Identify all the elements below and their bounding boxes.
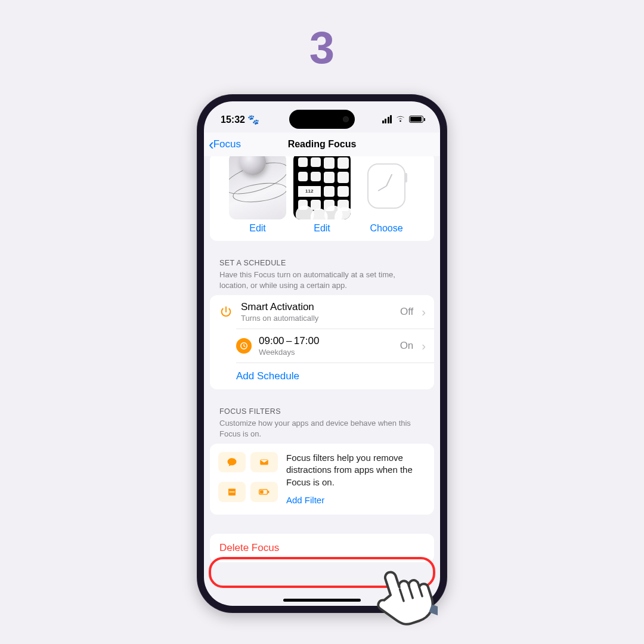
schedule-header: SET A SCHEDULE [210, 249, 434, 268]
schedule-card: Smart Activation Turns on automatically … [210, 295, 434, 389]
status-time: 15:32 🐾 [221, 114, 259, 125]
delete-focus-button[interactable]: Delete Focus [210, 534, 434, 562]
home-indicator[interactable] [283, 599, 361, 602]
step-number: 3 [309, 21, 335, 73]
battery-icon [409, 116, 423, 123]
watchface-preview[interactable] [358, 156, 415, 219]
row-title: Smart Activation [241, 301, 393, 313]
svg-rect-3 [228, 488, 236, 490]
add-filter-button[interactable]: Add Filter [286, 494, 324, 506]
back-label: Focus [213, 138, 241, 150]
dynamic-island [289, 110, 355, 129]
schedule-subtitle: Have this Focus turn on automatically at… [210, 268, 434, 295]
smart-activation-row[interactable]: Smart Activation Turns on automatically … [210, 295, 434, 329]
svg-rect-7 [268, 491, 269, 493]
chevron-right-icon: › [422, 339, 426, 353]
time-schedule-row[interactable]: 09:00 – 17:00 Weekdays On › [236, 329, 434, 363]
filters-card: Focus filters help you remove distractio… [210, 444, 434, 515]
nav-bar: ‹ Focus Reading Focus [204, 132, 440, 156]
mail-icon [250, 452, 278, 472]
lockscreen-preview[interactable] [229, 156, 286, 219]
status-indicators [382, 114, 424, 125]
calendar-icon [218, 482, 246, 502]
homescreen-preview[interactable]: 112 [293, 156, 351, 219]
row-sub: Weekdays [259, 348, 393, 357]
row-value: Off [400, 306, 413, 318]
filters-description: Focus filters help you remove distractio… [286, 452, 426, 488]
row-sub: Turns on automatically [241, 314, 393, 323]
watchface-choose-button[interactable]: Choose [370, 223, 402, 234]
tap-cursor-icon [366, 559, 438, 631]
filters-header: FOCUS FILTERS [210, 398, 434, 417]
wifi-icon [395, 114, 405, 125]
lockscreen-edit-button[interactable]: Edit [249, 223, 266, 234]
nav-title: Reading Focus [288, 139, 357, 150]
filters-subtitle: Customize how your apps and device behav… [210, 417, 434, 444]
row-value: On [400, 340, 414, 352]
customize-screens-card: Edit 112 Edit [210, 156, 434, 241]
chevron-right-icon: › [422, 305, 426, 319]
settings-content[interactable]: Edit 112 Edit [204, 156, 440, 606]
add-schedule-button[interactable]: Add Schedule [236, 363, 434, 389]
clock-icon [236, 338, 252, 354]
filter-icons [218, 452, 278, 506]
row-title: 09:00 – 17:00 [259, 335, 393, 347]
cellular-icon [382, 115, 392, 123]
homescreen-edit-button[interactable]: Edit [314, 223, 330, 234]
lowpower-icon [250, 482, 278, 502]
iphone-screen: 15:32 🐾 ‹ Focus Reading Focus [204, 101, 440, 606]
messages-icon [218, 452, 246, 472]
power-icon [218, 304, 234, 320]
iphone-frame: 15:32 🐾 ‹ Focus Reading Focus [197, 94, 447, 613]
back-button[interactable]: ‹ Focus [209, 135, 241, 154]
svg-rect-6 [260, 490, 264, 494]
svg-rect-4 [230, 491, 235, 493]
